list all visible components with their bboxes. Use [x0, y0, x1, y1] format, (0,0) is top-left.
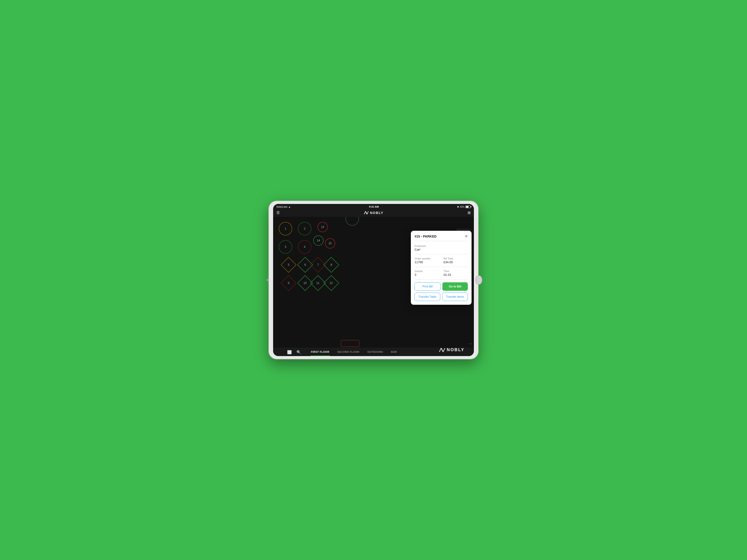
employee-label: Employee [415, 244, 468, 247]
secondary-btn-row: Transfer Table Transfer Items [415, 293, 468, 301]
order-number-value: 11765 [415, 260, 439, 264]
tab-outdoors[interactable]: OUTDOORS [367, 348, 384, 356]
watermark-text: NOBLY [447, 347, 465, 352]
ipad-screen: NoblyLabs ▲ 9:41 AM ✱ 42% ☰ [273, 204, 474, 356]
floor-plan-icon[interactable]: ⬜ [287, 350, 292, 354]
guests-col: Guests 3 [415, 270, 439, 276]
order-row: Order number 11765 Bill Total £34.05 [415, 257, 468, 264]
modal-employee-section: Employee Carl [415, 244, 468, 254]
modal-overlay: #15 - PARKED ✕ Employee Carl [273, 217, 474, 348]
scene: NoblyLabs ▲ 9:41 AM ✱ 42% ☰ [268, 201, 479, 359]
modal-title: #15 - PARKED [415, 235, 437, 238]
side-dot [266, 279, 269, 281]
transfer-items-button[interactable]: Transfer Items [442, 293, 468, 301]
modal-header: #15 - PARKED ✕ [415, 235, 468, 241]
wifi-icon: ▲ [288, 206, 291, 208]
employee-value: Carl [415, 248, 468, 251]
modal-card: #15 - PARKED ✕ Employee Carl [411, 231, 471, 305]
time-col: Time 01:15 [443, 270, 468, 276]
bill-total-value: £34.05 [443, 260, 468, 264]
nobly-logo-mark [364, 211, 369, 215]
time-value: 01:15 [443, 273, 468, 276]
guests-row: Guests 3 Time 01:15 [415, 270, 468, 276]
order-number-col: Order number 11765 [415, 257, 439, 264]
hamburger-icon[interactable]: ☰ [276, 211, 280, 215]
status-battery: ✱ 42% [457, 206, 471, 208]
modal-guests-section: Guests 3 Time 01:15 [415, 270, 468, 279]
battery-bar-icon [465, 206, 471, 208]
grid-icon[interactable]: ⊞ [468, 211, 471, 215]
modal-actions: Print Bill Go to Bill Transfer Table Tra… [415, 282, 468, 301]
modal-close-button[interactable]: ✕ [465, 235, 468, 238]
status-bar: NoblyLabs ▲ 9:41 AM ✱ 42% [273, 204, 474, 209]
tab-second-floor[interactable]: SECOND FLOOR [337, 348, 360, 356]
primary-btn-row: Print Bill Go to Bill [415, 282, 468, 291]
search-icon[interactable]: 🔍 [297, 350, 301, 354]
print-bill-button[interactable]: Print Bill [415, 282, 440, 291]
modal-order-section: Order number 11765 Bill Total £34.05 [415, 257, 468, 267]
nobly-watermark: NOBLY [439, 347, 465, 352]
tab-bar[interactable]: BAR [390, 348, 397, 356]
bluetooth-icon: ✱ [457, 206, 459, 208]
bill-total-label: Bill Total [443, 257, 468, 260]
guests-value: 3 [415, 273, 439, 276]
guests-label: Guests [415, 270, 439, 272]
home-button[interactable] [475, 275, 482, 285]
status-time: 9:41 AM [369, 205, 379, 208]
order-number-label: Order number [415, 257, 439, 260]
go-to-bill-button[interactable]: Go to Bill [442, 282, 468, 291]
time-label: Time [443, 270, 468, 272]
ipad-frame: NoblyLabs ▲ 9:41 AM ✱ 42% ☰ [268, 201, 479, 359]
nobly-logo: NOBLY [364, 211, 384, 215]
status-carrier: NoblyLabs ▲ [276, 206, 291, 208]
floor-tab-icons: ⬜ 🔍 [287, 350, 301, 354]
tab-first-floor[interactable]: FIRST FLOOR [310, 348, 330, 356]
nobly-logo-text: NOBLY [370, 211, 384, 215]
main-content: Register 1 2 13 3 [273, 217, 474, 348]
transfer-table-button[interactable]: Transfer Table [415, 293, 440, 301]
app-header: ☰ NOBLY ⊞ [273, 209, 474, 217]
bill-total-col: Bill Total £34.05 [443, 257, 468, 264]
